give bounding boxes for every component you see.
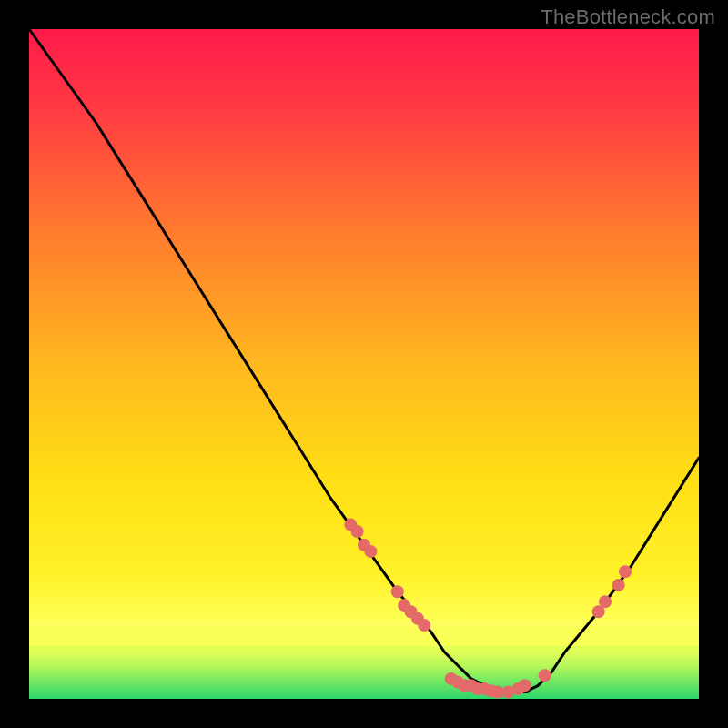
data-marker — [612, 579, 625, 592]
data-marker — [351, 525, 364, 538]
data-marker — [599, 595, 612, 608]
data-marker — [619, 565, 632, 578]
data-marker — [519, 679, 531, 692]
chart-frame: TheBottleneck.com — [0, 0, 728, 728]
plot-area — [29, 29, 699, 699]
data-marker — [418, 619, 430, 632]
chart-svg — [29, 29, 699, 699]
data-marker — [539, 669, 551, 682]
data-marker — [364, 545, 377, 558]
band-lime — [29, 646, 699, 651]
band-yellow — [29, 621, 699, 626]
data-marker — [391, 585, 404, 598]
gradient-background — [29, 29, 699, 699]
attribution-text: TheBottleneck.com — [541, 5, 715, 29]
